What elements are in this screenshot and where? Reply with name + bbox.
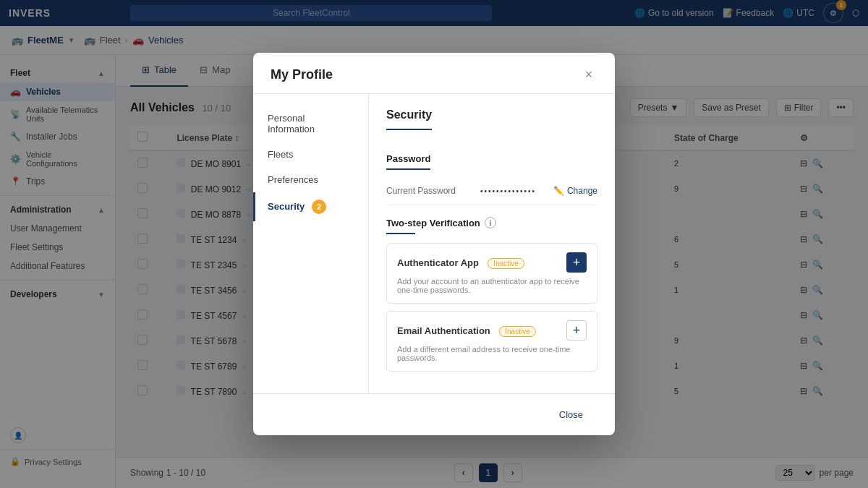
pencil-icon: ✏️: [553, 186, 564, 196]
authenticator-app-card: Authenticator App Inactive + Add your ac…: [386, 243, 597, 304]
password-dots: ••••••••••••••: [480, 187, 536, 195]
email-auth-description: Add a different email address to receive…: [397, 345, 587, 362]
password-subsection-title: Password: [386, 153, 430, 170]
security-section-title: Security: [386, 108, 432, 130]
modal-body: Personal Information Fleets Preferences …: [253, 94, 615, 393]
add-authenticator-button[interactable]: +: [566, 252, 587, 273]
modal-close-button[interactable]: ×: [580, 66, 597, 83]
modal-overlay: My Profile × Personal Information Fleets…: [0, 0, 868, 488]
password-section: Password Current Password ••••••••••••••…: [386, 142, 597, 205]
two-step-title: Two-step Verification: [386, 218, 480, 228]
authenticator-app-title: Authenticator App: [397, 257, 479, 268]
auth-title-group-2: Email Authentication Inactive: [397, 324, 536, 337]
modal-title: My Profile: [271, 67, 333, 82]
current-password-row: Current Password •••••••••••••• ✏️ Chang…: [386, 177, 597, 205]
auth-card-header-1: Authenticator App Inactive +: [397, 252, 587, 273]
current-password-label: Current Password: [386, 186, 480, 196]
two-step-section: Two-step Verification ℹ Authenticator Ap…: [386, 217, 597, 372]
two-step-divider: [386, 233, 415, 234]
add-email-auth-button[interactable]: +: [566, 320, 587, 341]
modal-nav-personal-info[interactable]: Personal Information: [253, 106, 368, 142]
modal-content-area: Security Password Current Password •••••…: [369, 94, 615, 393]
modal-header: My Profile ×: [253, 53, 615, 94]
modal-footer: Close: [253, 393, 615, 435]
security-badge: 2: [312, 200, 326, 214]
close-modal-button[interactable]: Close: [545, 404, 597, 425]
auth-title-group-1: Authenticator App Inactive: [397, 256, 524, 269]
authenticator-app-description: Add your account to an authenticator app…: [397, 277, 587, 294]
modal-nav-preferences[interactable]: Preferences: [253, 167, 368, 192]
info-icon[interactable]: ℹ: [485, 217, 496, 228]
modal-nav-fleets[interactable]: Fleets: [253, 142, 368, 167]
current-password-value: ••••••••••••••: [480, 187, 553, 195]
change-password-button[interactable]: ✏️ Change: [553, 186, 597, 196]
email-auth-status-badge: Inactive: [499, 326, 535, 337]
email-auth-card: Email Authentication Inactive + Add a di…: [386, 311, 597, 372]
email-auth-title: Email Authentication: [397, 325, 490, 336]
auth-card-header-2: Email Authentication Inactive +: [397, 320, 587, 341]
my-profile-modal: My Profile × Personal Information Fleets…: [253, 53, 615, 435]
security-section: Security: [386, 108, 597, 142]
modal-nav-security[interactable]: Security 2: [253, 192, 368, 221]
modal-nav: Personal Information Fleets Preferences …: [253, 94, 369, 393]
authenticator-status-badge: Inactive: [488, 258, 524, 269]
